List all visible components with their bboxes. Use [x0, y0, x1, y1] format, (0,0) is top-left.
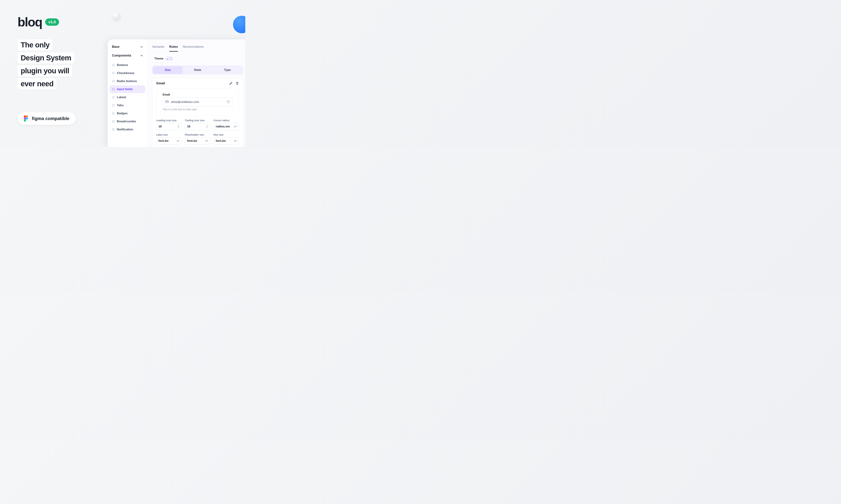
sparkle-icon	[112, 80, 115, 83]
preview-box: Email olivia@untitledui.com This is a hi…	[156, 88, 239, 115]
tagline-line: Design System	[18, 52, 74, 64]
plugin-window: Base Components Buttons Checkboxes Radio…	[108, 39, 245, 147]
sidebar-item-label: Notification	[117, 128, 133, 131]
sidebar-item-label: Buttons	[117, 64, 128, 67]
figma-icon	[24, 115, 28, 122]
preview-input-value: olivia@untitledui.com	[171, 100, 225, 104]
control-value: 16	[158, 125, 162, 128]
sidebar-section-base-label: Base	[112, 45, 120, 49]
controls-grid: Leading icon size 16 Trailing icon size …	[156, 119, 239, 145]
segment-state[interactable]: State	[183, 66, 212, 74]
preview-input[interactable]: olivia@untitledui.com	[162, 98, 233, 106]
size-card-small: Small Email olivia@untitledui.com	[152, 78, 243, 147]
tabs-row: Variants Rules Nomenclature	[152, 42, 243, 52]
tagline-line: ever need	[18, 78, 56, 89]
tagline: The only Design System plugin you will e…	[18, 39, 105, 89]
sidebar-item-input-fields[interactable]: Input fields	[109, 85, 145, 93]
logo-row: bloq v1.0	[18, 15, 105, 29]
control-hint-size: Hint size font.bo	[213, 133, 239, 145]
control-value: font.bo	[216, 139, 226, 143]
theme-toggle[interactable]	[165, 56, 173, 61]
token-input[interactable]: font.bo	[185, 137, 210, 145]
sparkle-icon	[112, 112, 115, 115]
tab-variants[interactable]: Variants	[152, 42, 164, 52]
sparkle-icon	[112, 64, 115, 67]
link-icon	[234, 140, 237, 142]
sidebar-item-notification[interactable]: Notification	[109, 126, 145, 133]
figma-compatible-chip: figma compatible	[18, 112, 76, 125]
link-icon	[205, 140, 208, 142]
figma-compatible-label: figma compatible	[32, 116, 69, 121]
mail-icon	[165, 100, 169, 104]
sidebar: Base Components Buttons Checkboxes Radio…	[108, 39, 147, 147]
stepper-arrows[interactable]	[206, 125, 208, 128]
token-input[interactable]: font.bo	[156, 137, 182, 145]
sidebar-item-radio-buttons[interactable]: Radio buttons	[109, 77, 145, 85]
control-label: Corner radius	[213, 119, 239, 122]
control-label: Trailing icon size	[185, 119, 210, 122]
main-panel: Variants Rules Nomenclature Theme Size S…	[147, 39, 245, 147]
sidebar-section-components-label: Components	[112, 54, 131, 57]
version-badge: v1.0	[45, 18, 59, 26]
sidebar-item-label: Labels	[117, 95, 126, 99]
sparkle-icon	[112, 96, 115, 99]
card-title: Small	[156, 82, 165, 85]
help-icon[interactable]	[227, 100, 230, 104]
product-logo: bloq	[18, 15, 42, 29]
control-value: 16	[187, 125, 190, 128]
sidebar-item-label: Badges	[117, 112, 127, 115]
sidebar-item-label: Radio buttons	[117, 79, 137, 83]
chevron-up-icon	[140, 54, 143, 57]
decorative-sphere-white	[112, 12, 121, 20]
preview-field-label: Email	[162, 93, 233, 96]
sidebar-item-checkboxes[interactable]: Checkboxes	[109, 69, 145, 77]
segmented-control: Size State Type	[152, 66, 243, 75]
control-value: font.bo	[158, 139, 169, 143]
sidebar-item-tabs[interactable]: Tabs	[109, 102, 145, 109]
sidebar-section-components[interactable]: Components	[108, 51, 147, 60]
control-label: Leading icon size	[156, 119, 182, 122]
tab-rules[interactable]: Rules	[169, 42, 178, 52]
sidebar-item-label: Breadcrumbs	[117, 120, 136, 123]
control-value: font.bo	[187, 139, 197, 143]
sidebar-item-breadcrumbs[interactable]: Breadcrumbs	[109, 118, 145, 125]
stepper-input[interactable]: 16	[156, 123, 182, 130]
tab-nomenclature[interactable]: Nomenclature	[183, 42, 204, 52]
svg-point-0	[167, 59, 168, 59]
sparkle-icon	[112, 88, 115, 91]
sidebar-item-badges[interactable]: Badges	[109, 110, 145, 117]
sparkle-icon	[112, 104, 115, 107]
control-value: radius.sm	[216, 125, 230, 128]
theme-toggle-chip[interactable]: Theme	[152, 55, 175, 62]
segment-type[interactable]: Type	[212, 66, 242, 74]
decorative-sphere-blue	[233, 16, 245, 33]
delete-icon[interactable]	[236, 82, 239, 85]
control-label: Hint size	[213, 133, 239, 136]
card-header: Small	[156, 82, 239, 85]
sidebar-section-base[interactable]: Base	[108, 42, 147, 51]
token-input[interactable]: radius.sm	[213, 123, 239, 130]
svg-line-8	[167, 59, 167, 60]
tagline-line: plugin you will	[18, 65, 72, 76]
stepper-arrows[interactable]	[178, 125, 179, 128]
svg-rect-9	[166, 101, 168, 103]
sun-icon	[166, 58, 168, 60]
segment-size[interactable]: Size	[153, 66, 183, 74]
control-label-size: Label size font.bo	[156, 133, 182, 145]
control-label: Placeholder size	[185, 133, 210, 136]
card-actions	[229, 82, 239, 85]
control-corner-radius: Corner radius radius.sm	[213, 119, 239, 130]
sparkle-icon	[112, 128, 115, 131]
component-list: Buttons Checkboxes Radio buttons Input f…	[108, 60, 147, 135]
sidebar-item-labels[interactable]: Labels	[109, 93, 145, 101]
preview-hint-text: This is a hint text to help user.	[162, 108, 233, 111]
stepper-input[interactable]: 16	[185, 123, 210, 130]
edit-icon[interactable]	[229, 82, 233, 85]
sparkle-icon	[112, 120, 115, 123]
control-leading-icon-size: Leading icon size 16	[156, 119, 182, 130]
sidebar-item-buttons[interactable]: Buttons	[109, 61, 145, 69]
sidebar-item-label: Checkboxes	[117, 71, 134, 75]
token-input[interactable]: font.bo	[213, 137, 239, 145]
sidebar-item-label: Tabs	[117, 104, 123, 107]
control-placeholder-size: Placeholder size font.bo	[185, 133, 210, 145]
